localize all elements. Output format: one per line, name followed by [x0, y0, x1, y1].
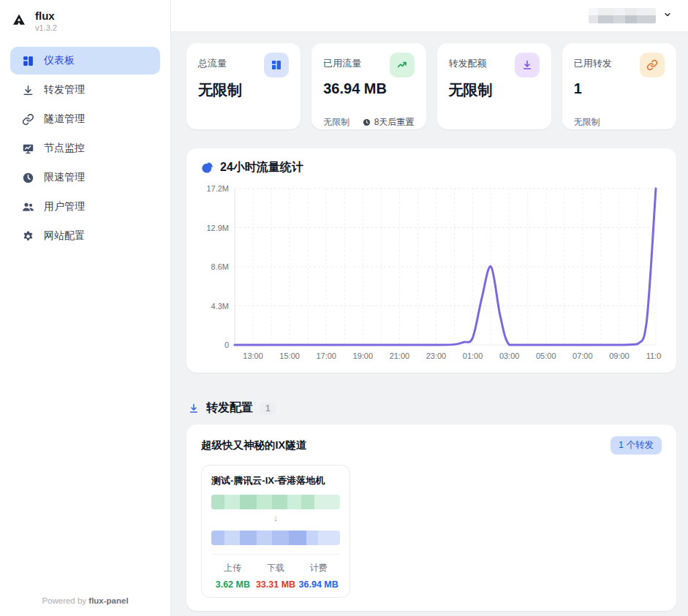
tunnel-group-title: 超级快又神秘的IX隧道	[201, 438, 306, 452]
svg-text:23:00: 23:00	[426, 351, 447, 360]
app-version: v1.3.2	[35, 23, 57, 32]
stat-value: 36.94 MB	[323, 80, 414, 97]
billing-stat: 计费 36.94 MB	[297, 562, 340, 590]
main-area: 总流量 无限制 已用流量 36.94 MB 无限制	[171, 0, 688, 616]
svg-text:07:00: 07:00	[572, 351, 593, 360]
download-icon	[21, 83, 34, 96]
redacted-source-address	[211, 495, 340, 509]
sidebar-item-label: 网站配置	[44, 229, 85, 243]
svg-text:8.6M: 8.6M	[211, 262, 229, 271]
quota-label: 无限制	[574, 116, 600, 129]
stat-label: 已用流量	[323, 53, 361, 70]
stat-value: 1	[574, 80, 665, 97]
sidebar-item-label: 用户管理	[44, 200, 85, 213]
link-icon	[640, 53, 665, 77]
chart-title: 24小时流量统计	[220, 160, 303, 175]
stat-label: 总流量	[198, 53, 227, 70]
reset-clock-icon	[363, 118, 371, 126]
reset-label: 8天后重置	[374, 116, 415, 129]
sidebar-nav: 仪表板 转发管理 隧道管理 节点监控 限速管理	[0, 38, 170, 585]
forward-config-card: 超级快又神秘的IX隧道 1 个转发 测试-腾讯云-IX-香港落地机 ↓ 上传 3…	[186, 425, 676, 611]
download-label: 下载	[254, 562, 298, 574]
chevron-down-icon[interactable]	[663, 10, 672, 21]
svg-text:03:00: 03:00	[499, 351, 520, 360]
stat-card-used-forwards: 已用转发 1 无限制	[562, 43, 676, 129]
download-icon	[515, 53, 540, 77]
footer-prefix: Powered by	[42, 596, 88, 605]
dashboard-icon	[21, 54, 34, 67]
stat-label: 转发配额	[449, 53, 487, 70]
sidebar-footer: Powered by flux-panel	[0, 585, 170, 616]
app-title: flux	[35, 9, 57, 22]
download-value: 33.31 MB	[254, 579, 298, 590]
footer-brand: flux-panel	[88, 596, 128, 605]
svg-text:13:00: 13:00	[243, 351, 263, 360]
users-icon	[21, 200, 34, 213]
forward-config-header: 转发配置 1	[188, 400, 676, 416]
sidebar-item-user-management[interactable]: 用户管理	[10, 193, 160, 221]
forward-count-badge: 1	[260, 402, 276, 415]
forward-count-chip: 1 个转发	[610, 436, 662, 455]
svg-text:0: 0	[224, 341, 229, 349]
clock-icon	[21, 171, 34, 184]
svg-text:17.2M: 17.2M	[206, 184, 229, 193]
forward-config-title: 转发配置	[206, 400, 253, 416]
flux-logo-icon	[10, 11, 28, 28]
tunnel-card[interactable]: 测试-腾讯云-IX-香港落地机 ↓ 上传 3.62 MB 下载 33.31 MB	[201, 465, 350, 598]
sidebar: flux v1.3.2 仪表板 转发管理 隧道管理 节点监控	[0, 0, 171, 616]
sidebar-item-node-monitor[interactable]: 节点监控	[10, 134, 160, 162]
sidebar-item-site-config[interactable]: 网站配置	[10, 222, 160, 250]
redacted-target-address	[211, 531, 340, 545]
upload-label: 上传	[211, 562, 254, 574]
tunnel-name: 测试-腾讯云-IX-香港落地机	[211, 474, 340, 487]
stat-label: 已用转发	[574, 53, 612, 70]
stat-card-total-traffic: 总流量 无限制	[186, 43, 300, 129]
sidebar-item-label: 转发管理	[44, 83, 85, 96]
monitor-icon	[21, 142, 34, 155]
link-icon	[21, 113, 34, 126]
stat-value: 无限制	[198, 80, 289, 100]
redacted-username	[589, 8, 656, 23]
svg-text:11:00: 11:00	[646, 351, 662, 360]
billing-value: 36.94 MB	[297, 579, 340, 590]
svg-text:15:00: 15:00	[279, 351, 300, 360]
sidebar-item-label: 节点监控	[44, 142, 85, 155]
grid-icon	[264, 53, 289, 77]
trending-up-icon	[390, 53, 415, 77]
download-stat: 下载 33.31 MB	[254, 562, 298, 590]
stats-cards-row: 总流量 无限制 已用流量 36.94 MB 无限制	[186, 43, 676, 129]
divider	[211, 554, 340, 555]
sidebar-item-tunnel-management[interactable]: 隧道管理	[10, 105, 160, 133]
svg-text:17:00: 17:00	[316, 351, 336, 360]
sidebar-item-label: 仪表板	[44, 54, 75, 67]
svg-text:12.9M: 12.9M	[206, 224, 229, 232]
traffic-line-chart: 04.3M8.6M12.9M17.2M13:0015:0017:0019:002…	[201, 181, 662, 365]
gear-icon	[21, 229, 34, 243]
sidebar-item-label: 隧道管理	[44, 113, 85, 126]
svg-text:4.3M: 4.3M	[211, 302, 229, 311]
quota-label: 无限制	[323, 116, 349, 129]
upload-stat: 上传 3.62 MB	[211, 562, 254, 590]
traffic-chart-card: 24小时流量统计 04.3M8.6M12.9M17.2M13:0015:0017…	[186, 148, 676, 373]
stat-card-used-traffic: 已用流量 36.94 MB 无限制 8天后重置	[311, 43, 426, 129]
sidebar-item-rate-limit[interactable]: 限速管理	[10, 164, 160, 191]
pie-chart-icon	[201, 161, 213, 174]
svg-text:21:00: 21:00	[390, 351, 410, 360]
svg-text:01:00: 01:00	[463, 351, 483, 360]
user-menu[interactable]	[589, 8, 672, 23]
download-icon	[188, 403, 200, 414]
stat-value: 无限制	[449, 80, 540, 100]
arrow-down-glyph: ↓	[211, 512, 340, 523]
svg-text:05:00: 05:00	[536, 351, 556, 360]
billing-label: 计费	[297, 562, 340, 574]
svg-text:09:00: 09:00	[609, 351, 630, 360]
sidebar-item-dashboard[interactable]: 仪表板	[10, 47, 160, 75]
upload-value: 3.62 MB	[211, 579, 254, 590]
logo: flux v1.3.2	[0, 0, 170, 38]
svg-text:19:00: 19:00	[353, 351, 374, 360]
sidebar-item-label: 限速管理	[44, 171, 85, 184]
dashboard-content: 总流量 无限制 已用流量 36.94 MB 无限制	[171, 32, 688, 616]
sidebar-item-forward-management[interactable]: 转发管理	[10, 76, 160, 104]
stat-card-forward-quota: 转发配额 无限制	[437, 43, 551, 129]
topbar	[171, 0, 688, 32]
